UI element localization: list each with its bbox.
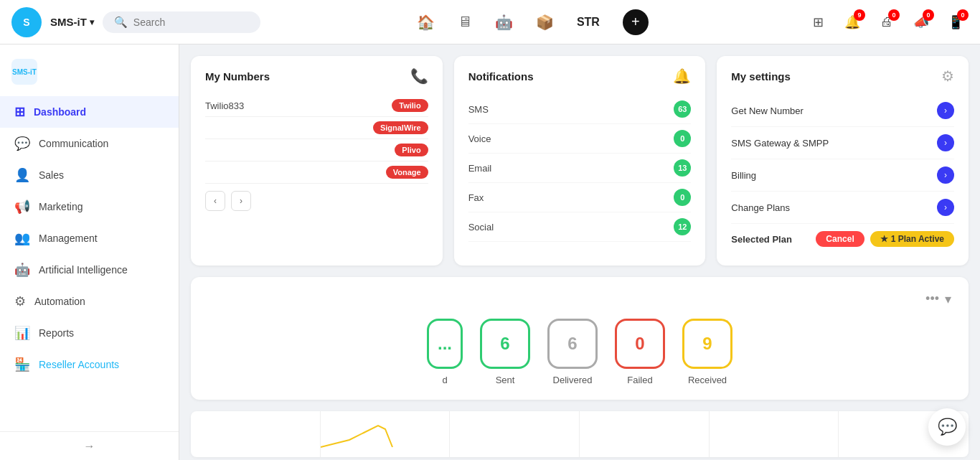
search-box: 🔍	[103, 11, 260, 33]
settings-arrow-billing: ›	[937, 166, 954, 184]
selected-plan-row: Selected Plan Cancel ★ 1 Plan Active	[731, 224, 954, 254]
next-number-button[interactable]: ›	[231, 191, 251, 211]
cancel-plan-button[interactable]: Cancel	[816, 231, 864, 247]
notifications-title: Notifications	[468, 70, 534, 83]
sidebar-item-reports[interactable]: 📊 Reports	[0, 317, 179, 349]
sidebar: SMS-iT ⊞ Dashboard 💬 Communication 👤 Sal…	[0, 44, 179, 460]
plivo-badge: Plivo	[395, 144, 428, 156]
stat-box-delivered: 6 Delivered	[547, 319, 598, 385]
stat-box-received: 9 Received	[682, 319, 732, 385]
settings-list: Get New Number › SMS Gateway & SMPP › Bi…	[731, 95, 954, 224]
megaphone-button[interactable]: 📣 0	[908, 9, 934, 35]
add-button[interactable]: +	[623, 9, 649, 35]
notif-row-social: Social 12	[468, 212, 692, 242]
nav-center: 🏠 🖥 🤖 📦 STR +	[269, 9, 796, 35]
notif-row-fax: Fax 0	[468, 183, 692, 212]
stats-collapse-button[interactable]: ▾	[945, 291, 951, 307]
number-row-twilio: Twilio833 Twilio	[205, 95, 428, 117]
settings-arrow-smpp: ›	[937, 134, 954, 151]
settings-label-billing: Billing	[731, 170, 756, 181]
vonage-badge: Vonage	[386, 166, 428, 179]
sidebar-item-reseller[interactable]: 🏪 Reseller Accounts	[0, 349, 179, 380]
number-nav-arrows: ‹ ›	[205, 191, 428, 211]
table-col-2	[321, 411, 451, 457]
number-row-signalwire: SignalWire	[205, 117, 428, 139]
grid-icon-button[interactable]: ⊞	[805, 9, 831, 35]
notif-row-sms: SMS 63	[468, 95, 692, 124]
main-layout: SMS-iT ⊞ Dashboard 💬 Communication 👤 Sal…	[0, 44, 980, 460]
stats-card: ••• ▾ ... d 6 Sent 6 Delivered 0	[191, 277, 969, 400]
notif-count-sms: 63	[674, 100, 691, 118]
logo-avatar[interactable]: S	[11, 7, 42, 37]
sidebar-item-ai[interactable]: 🤖 Artificial Intelligence	[0, 254, 179, 286]
notification-bell-button[interactable]: 🔔 9	[839, 9, 865, 35]
stat-delivered-label: Delivered	[553, 375, 593, 385]
table-col-5	[710, 411, 839, 457]
stats-more-button[interactable]: •••	[925, 291, 939, 307]
sidebar-collapse-button[interactable]: →	[0, 431, 179, 460]
plan-active-button[interactable]: ★ 1 Plan Active	[870, 231, 954, 247]
number-row-vonage: Vonage	[205, 161, 428, 184]
sidebar-item-management[interactable]: 👥 Management	[0, 222, 179, 254]
signalwire-badge: SignalWire	[373, 121, 428, 134]
sidebar-label-reseller: Reseller Accounts	[39, 359, 119, 370]
cards-row: My Numbers 📞 Twilio833 Twilio SignalWire…	[191, 56, 969, 266]
monitor-icon[interactable]: 🖥	[458, 14, 472, 30]
chat-widget-icon: 💬	[938, 418, 957, 436]
sidebar-item-marketing[interactable]: 📢 Marketing	[0, 191, 179, 222]
gear-card-icon: ⚙	[941, 67, 954, 85]
sidebar-label-communication: Communication	[39, 138, 108, 149]
ai-icon: 🤖	[14, 262, 30, 278]
phone-nav-button[interactable]: 📱 0	[943, 9, 969, 35]
stat-box-sent: 6 Sent	[480, 319, 530, 385]
sidebar-item-communication[interactable]: 💬 Communication	[0, 128, 179, 159]
bell-badge: 9	[854, 9, 865, 21]
notifications-list: SMS 63 Voice 0 Email 13 Fax 0	[468, 95, 692, 242]
star-icon: ★	[880, 234, 888, 244]
sidebar-item-dashboard[interactable]: ⊞ Dashboard	[0, 96, 179, 128]
settings-label-change-plans: Change Plans	[731, 202, 790, 213]
box-icon[interactable]: 📦	[536, 14, 554, 31]
stat-sent-value: 6	[480, 319, 530, 369]
settings-label-new-number: Get New Number	[731, 105, 803, 116]
stat-received-value: 9	[682, 319, 732, 369]
robot-icon[interactable]: 🤖	[495, 14, 513, 31]
sidebar-label-ai: Artificial Intelligence	[39, 264, 128, 276]
sidebar-item-sales[interactable]: 👤 Sales	[0, 159, 179, 191]
sidebar-logo-icon: SMS-iT	[11, 59, 37, 85]
printer-button[interactable]: 🖨 0	[874, 9, 900, 35]
settings-row-new-number[interactable]: Get New Number ›	[731, 95, 954, 127]
notif-count-voice: 0	[674, 130, 691, 147]
stat-sent-label: Sent	[496, 375, 515, 385]
sidebar-label-reports: Reports	[39, 327, 74, 339]
stats-row: ... d 6 Sent 6 Delivered 0 Failed 9 Re	[208, 319, 951, 385]
topnav: S SMS-iT ▾ 🔍 🏠 🖥 🤖 📦 STR + ⊞ 🔔 9 🖨 0 📣 0	[0, 0, 980, 44]
home-icon[interactable]: 🏠	[417, 14, 435, 31]
printer-badge: 0	[888, 9, 900, 21]
str-label[interactable]: STR	[577, 16, 600, 29]
settings-row-smpp[interactable]: SMS Gateway & SMPP ›	[731, 127, 954, 159]
notif-label-social: Social	[468, 222, 494, 233]
automation-icon: ⚙	[14, 294, 26, 309]
nav-right: ⊞ 🔔 9 🖨 0 📣 0 📱 0	[805, 9, 969, 35]
notif-label-sms: SMS	[468, 104, 489, 115]
numbers-list: Twilio833 Twilio SignalWire Plivo Vonage	[205, 95, 428, 184]
sidebar-label-sales: Sales	[39, 169, 64, 181]
search-input[interactable]	[133, 17, 249, 28]
settings-row-billing[interactable]: Billing ›	[731, 159, 954, 192]
notif-count-email: 13	[674, 159, 691, 177]
notif-row-email: Email 13	[468, 154, 692, 183]
prev-number-button[interactable]: ‹	[205, 191, 225, 211]
reports-icon: 📊	[14, 325, 30, 341]
content-area: My Numbers 📞 Twilio833 Twilio SignalWire…	[179, 44, 980, 460]
settings-label-smpp: SMS Gateway & SMPP	[731, 138, 829, 149]
my-numbers-title: My Numbers	[205, 70, 270, 83]
sidebar-item-automation[interactable]: ⚙ Automation	[0, 286, 179, 317]
stats-header: ••• ▾	[208, 291, 951, 307]
my-settings-title: My settings	[731, 70, 791, 83]
number-row-plivo: Plivo	[205, 139, 428, 161]
brand-name[interactable]: SMS-iT ▾	[50, 16, 94, 28]
chat-widget-button[interactable]: 💬	[928, 408, 966, 446]
grid-icon: ⊞	[813, 14, 824, 30]
settings-row-change-plans[interactable]: Change Plans ›	[731, 192, 954, 224]
